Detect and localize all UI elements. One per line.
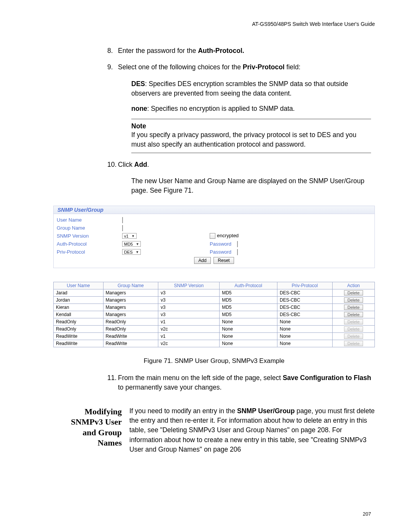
step-9: Select one of the following choices for …: [118, 62, 375, 72]
table-cell: None: [220, 340, 277, 347]
table-cell: MD5: [220, 289, 277, 296]
table-cell-action: Delete: [332, 332, 374, 340]
table-row: JaradManagersv3MD5DES-CBCDelete: [54, 289, 375, 296]
table-cell: DES-CBC: [277, 289, 332, 296]
table-cell: None: [277, 318, 332, 325]
checkbox-encrypted[interactable]: [210, 233, 215, 239]
step-10-pre: Click: [118, 161, 134, 168]
table-cell: None: [220, 318, 277, 325]
table-cell: None: [277, 325, 332, 332]
table-cell: ReadOnly: [54, 325, 104, 332]
table-cell: Jordan: [54, 296, 104, 304]
table-cell: Kendall: [54, 311, 104, 318]
table-cell: Managers: [103, 304, 158, 311]
select-auth-protocol[interactable]: MD5▼: [122, 241, 141, 247]
page-header: AT-GS950/48PS Switch Web Interface User'…: [53, 21, 375, 27]
table-cell: ReadWrite: [103, 332, 158, 340]
table-cell: Kieran: [54, 304, 104, 311]
table-cell: v1: [158, 332, 220, 340]
table-cell: v3: [158, 304, 220, 311]
delete-button: Delete: [344, 341, 363, 346]
table-cell: Managers: [103, 296, 158, 304]
select-snmp-version[interactable]: v1▼: [122, 233, 137, 239]
table-cell: ReadWrite: [54, 340, 104, 347]
row-user-name: User Name: [57, 216, 371, 224]
table-cell-action: Delete: [332, 289, 374, 296]
panel-title: SNMP User/Group: [54, 206, 374, 214]
table-row: ReadWriteReadWritev1NoneNoneDelete: [54, 332, 375, 340]
delete-button[interactable]: Delete: [344, 297, 363, 303]
note-rule-top: [131, 119, 371, 119]
table-header: Priv-Protocol: [277, 282, 332, 289]
table-cell: v3: [158, 311, 220, 318]
table-cell: v3: [158, 289, 220, 296]
table-cell-action: Delete: [332, 318, 374, 325]
table-cell: MD5: [220, 311, 277, 318]
label-group-name: Group Name: [57, 225, 122, 231]
table-cell-action: Delete: [332, 340, 374, 347]
step-10-result: The new User Name and Group Name are dis…: [131, 176, 375, 196]
delete-button[interactable]: Delete: [344, 305, 363, 310]
table-header: SNMP Version: [158, 282, 220, 289]
table-cell: Managers: [103, 289, 158, 296]
chevron-down-icon: ▼: [135, 250, 140, 254]
table-cell-action: Delete: [332, 325, 374, 332]
table-cell: Managers: [103, 311, 158, 318]
note-label: Note: [131, 122, 375, 130]
table-cell: MD5: [220, 296, 277, 304]
user-group-table: User NameGroup NameSNMP VersionAuth-Prot…: [53, 282, 375, 347]
section-body-modifying: If you need to modify an entry in the SN…: [129, 406, 375, 455]
step-8-text: Enter the password for the: [118, 47, 198, 54]
table-cell: ReadWrite: [54, 332, 104, 340]
step-10-bold: Add: [134, 161, 147, 168]
table-header: User Name: [54, 282, 104, 289]
select-priv-protocol[interactable]: DES▼: [122, 249, 141, 255]
step-11-post: to permanently save your changes.: [118, 383, 221, 391]
table-cell-action: Delete: [332, 304, 374, 311]
input-user-name[interactable]: [122, 217, 123, 223]
note-body: If you specify a privacy password, the p…: [131, 130, 371, 150]
label-encrypted: encrypted: [217, 233, 239, 238]
des-desc: DES: Specifies DES encryption scrambles …: [131, 79, 375, 99]
input-auth-password[interactable]: [237, 241, 238, 247]
snmp-panel: SNMP User/Group User Name Group Name SNM…: [53, 206, 375, 268]
chevron-down-icon: ▼: [135, 242, 140, 246]
delete-button[interactable]: Delete: [344, 290, 363, 296]
des-text: : Specifies DES encryption scrambles the…: [131, 80, 348, 97]
delete-button[interactable]: Delete: [344, 312, 363, 317]
step-8-bold: Auth-Protocol.: [198, 47, 244, 54]
input-priv-password[interactable]: [237, 249, 238, 255]
table-row: ReadOnlyReadOnlyv2cNoneNoneDelete: [54, 325, 375, 332]
des-label: DES: [131, 80, 145, 88]
label-snmp-version: SNMP Version: [57, 233, 122, 239]
table-cell: ReadOnly: [103, 325, 158, 332]
add-button[interactable]: Add: [194, 257, 210, 264]
step-10: Click Add.: [118, 160, 375, 169]
none-text: : Specifies no encryption is applied to …: [147, 105, 295, 112]
table-row: ReadWriteReadWritev2cNoneNoneDelete: [54, 340, 375, 347]
row-priv-protocol: Priv-Protocol DES▼ Password: [57, 248, 371, 256]
step-11: From the main menu on the left side of t…: [118, 373, 375, 393]
table-header: Auth-Protocol: [220, 282, 277, 289]
step-11-pre: From the main menu on the left side of t…: [118, 374, 283, 382]
step-8: Enter the password for the Auth-Protocol…: [118, 46, 375, 56]
delete-button: Delete: [344, 319, 363, 324]
table-cell-action: Delete: [332, 311, 374, 318]
table-cell: v2c: [158, 325, 220, 332]
page-number: 207: [363, 511, 371, 517]
reset-button[interactable]: Reset: [213, 257, 234, 264]
label-priv-protocol: Priv-Protocol: [57, 249, 122, 255]
none-desc: none: Specifies no encryption is applied…: [131, 104, 375, 113]
step-9-pre: Select one of the following choices for …: [118, 63, 243, 71]
table-row: KendallManagersv3MD5DES-CBCDelete: [54, 311, 375, 318]
table-header: Group Name: [103, 282, 158, 289]
input-group-name[interactable]: [122, 225, 123, 231]
table-cell: v3: [158, 296, 220, 304]
delete-button: Delete: [344, 326, 363, 332]
table-cell: ReadWrite: [103, 340, 158, 347]
label-priv-password: Password: [210, 249, 237, 255]
label-auth-password: Password: [210, 241, 237, 247]
note-rule-bottom: [131, 153, 371, 153]
side-body-bold: SNMP User/Group: [237, 407, 295, 415]
table-cell: DES-CBC: [277, 311, 332, 318]
